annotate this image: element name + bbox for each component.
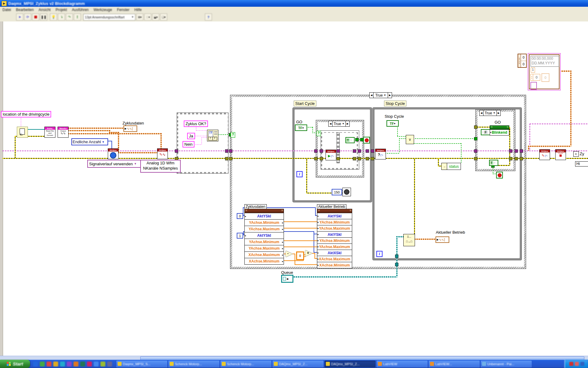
step-out-button[interactable]: ↥ — [74, 13, 81, 21]
prev-case-arrow-icon[interactable]: ◀ — [370, 93, 373, 98]
tray-icon[interactable] — [575, 362, 579, 366]
zyklus-ok-label[interactable]: Zyklus OK? — [184, 121, 208, 127]
menu-ansicht[interactable]: Ansicht — [36, 7, 53, 13]
waveform-output-vi[interactable]: Wavefor Output ∿∿ — [58, 127, 69, 138]
prev-case-arrow-icon[interactable]: ◀ — [480, 110, 483, 116]
start-cycle-label[interactable]: Start Cycle — [294, 101, 316, 106]
abort-button[interactable] — [32, 13, 39, 21]
resize-objects-dropdown[interactable]: ⬓▾ — [152, 13, 159, 21]
daqmx-write-vi[interactable]: DAQmx ✎∿ — [157, 148, 168, 159]
taskbar-button[interactable]: Schenck Motorp... — [168, 361, 219, 367]
nein-string-constant[interactable]: Nein — [183, 141, 194, 148]
daqmx-start-task-vi[interactable]: DAQmx ▶ {∿ — [326, 150, 336, 160]
quick-launch-icon[interactable] — [74, 362, 78, 366]
start-button[interactable]: Start — [0, 360, 30, 368]
index-1-constant[interactable]: 1 — [237, 233, 243, 239]
case-selector-go-blink[interactable]: ◀ True▼ ▶ — [479, 110, 501, 116]
numeric-array-constant[interactable]: ▲▼▲▼ 0 0 — [518, 54, 527, 68]
go-property-label[interactable]: GO — [495, 120, 501, 125]
block-diagram-canvas[interactable]: ◀ True▼ ▶ ◀ True▼ ▶ ◀ True▼ ▶ location o… — [0, 21, 588, 356]
quick-launch-icon[interactable] — [87, 362, 92, 366]
endliche-anzahl-enum[interactable]: Endliche Anzahl ▼ — [71, 138, 108, 145]
run-button[interactable]: ➤ — [16, 13, 23, 21]
time-cluster-constant[interactable]: 00:00:00,000DD.MM.YYYY 1 ▲▼ 0 0 — [528, 53, 561, 90]
chevron-down-icon[interactable]: ▼ — [134, 162, 137, 165]
menu-projekt[interactable]: Projekt — [53, 7, 69, 13]
zyklusdaten-waveform-indicator[interactable]: ▶∿∿] — [123, 125, 137, 132]
taskbar-button-active[interactable]: DAQmx_MPSI_Z... — [325, 361, 375, 367]
true-constant[interactable]: T ? — [345, 137, 355, 143]
true-constant[interactable]: T ? — [489, 160, 498, 166]
daqmx-cycle-end-vi[interactable]: DAQmx Cycle — [555, 149, 566, 160]
quick-launch-icon[interactable] — [107, 362, 112, 366]
align-objects-dropdown[interactable]: ⊞▾ — [136, 13, 143, 21]
go-property-node[interactable]: ?!?! ▸ Blinkend — [490, 125, 509, 136]
next-case-arrow-icon[interactable]: ▶ — [497, 110, 500, 116]
aktueller-betrieb-indicator-label[interactable]: Aktueller Betrieb — [436, 230, 465, 235]
zero-constant[interactable]: 0 — [296, 251, 304, 260]
stop-cycle-boolean-terminal[interactable]: TF▸ — [386, 120, 399, 127]
string-constant-empty[interactable] — [530, 82, 537, 90]
index-0-constant[interactable]: 0 — [237, 213, 243, 219]
next-case-arrow-icon[interactable]: ▶ — [388, 93, 392, 98]
timestamp-display[interactable]: 00:00:00,000DD.MM.YYYY — [530, 56, 559, 67]
pause-button[interactable]: ❚❚ — [40, 13, 47, 21]
highlight-execution-button[interactable]: 💡 — [50, 13, 57, 21]
chevron-down-icon[interactable]: ▼ — [342, 122, 345, 125]
menu-werkzeuge[interactable]: Werkzeuge — [91, 7, 114, 13]
zyklusdaten-node-label[interactable]: Zyklusdaten — [244, 204, 267, 209]
false-constant[interactable]: ? F — [481, 129, 490, 135]
daqmx-write-vi-right[interactable]: DAQmx ✎ {∿ — [539, 149, 550, 160]
chevron-down-icon[interactable]: ▼ — [384, 94, 386, 97]
ja-string-constant[interactable]: Ja — [187, 133, 195, 139]
loop-conditional-terminal[interactable] — [363, 137, 370, 144]
taskbar-button[interactable]: DAQmx_MPSI_Z... — [273, 361, 323, 367]
menu-datei[interactable]: Datei — [0, 7, 13, 13]
next-case-arrow-icon[interactable]: ▶ — [346, 121, 349, 126]
menu-hilfe[interactable]: Hilfe — [132, 7, 144, 13]
step-into-button[interactable]: ↴ — [58, 13, 65, 21]
menu-ausfuehren[interactable]: Ausführen — [70, 7, 91, 13]
menu-fenster[interactable]: Fenster — [115, 7, 132, 13]
reorder-dropdown[interactable]: ❏▾ — [160, 13, 167, 21]
taskbar-button[interactable]: LabVIEW — [377, 361, 428, 367]
dequeue-element-vi[interactable]: Ξ...□→□ — [403, 234, 415, 246]
location-label[interactable]: location of the drivingcycle — [1, 111, 51, 117]
zyklusdaten-indicator-label[interactable]: Zyklusdaten — [123, 121, 144, 125]
go-terminal-label[interactable]: GO — [296, 120, 302, 124]
prev-case-arrow-icon[interactable]: ◀ — [329, 121, 332, 126]
analog-wfm-label[interactable]: Analog 1D WfmNKanäle NSamples — [140, 160, 181, 173]
tray-icon[interactable] — [569, 362, 573, 366]
aktueller-betrieb-node-label[interactable]: Aktueller Betrieb — [317, 204, 346, 209]
case-selector-inner-start[interactable]: ◀ True▼ ▶ — [328, 121, 350, 127]
taskbar-button[interactable]: LabVIEW... — [429, 361, 480, 367]
two-button-dialog-vi[interactable]: !? T F — [207, 130, 218, 141]
file-path-constant[interactable] — [17, 127, 28, 138]
daqmx-is-task-done-vi[interactable]: DAQmx ? {∿ — [375, 149, 386, 159]
font-settings-dropdown[interactable]: 13pt Anwendungsschriftart▼ — [83, 14, 135, 21]
step-over-button[interactable]: ↷ — [66, 13, 73, 21]
taskbar-button[interactable]: Daqmx_MPSI_S... — [116, 361, 167, 367]
signalverlauf-dropdown[interactable]: Signalverlauf verwenden ▼ — [87, 160, 144, 168]
daqmx-timing-vi[interactable]: DAQmx — [108, 148, 119, 159]
context-help-button[interactable]: ? — [205, 13, 212, 21]
unbundle-status-node[interactable]: → status — [441, 163, 461, 170]
loop-conditional-terminal[interactable] — [496, 172, 503, 178]
wait-until-next-ms-vi[interactable] — [342, 188, 351, 196]
horizontal-scrollbar[interactable] — [0, 356, 588, 360]
chevron-down-icon[interactable]: ▼ — [493, 112, 496, 114]
stop-cycle-terminal-label[interactable]: Stop Cycle — [385, 114, 404, 119]
queue-control-label[interactable]: Queue — [281, 270, 293, 275]
decrement-node[interactable] — [286, 251, 292, 257]
quick-launch-icon[interactable] — [47, 362, 51, 366]
quick-launch-icon[interactable] — [60, 362, 65, 366]
case-selector-outer[interactable]: ◀ True▼ ▶ — [369, 92, 392, 98]
quick-launch-icon[interactable] — [80, 362, 85, 366]
numeric-field[interactable]: 1 — [531, 67, 535, 73]
aktueller-betrieb-waveform-indicator[interactable]: ▶∿∿] — [435, 236, 449, 243]
wait-ms-constant[interactable]: 150 — [332, 189, 342, 195]
taskbar-button[interactable]: Schenck Motorp... — [221, 361, 271, 367]
title-bar[interactable]: ▶ Daqmx_MPSI_Zyklus v2 Blockdiagramm — [0, 0, 588, 7]
tray-icon[interactable] — [580, 362, 584, 366]
chevron-down-icon[interactable]: ▼ — [102, 140, 105, 144]
